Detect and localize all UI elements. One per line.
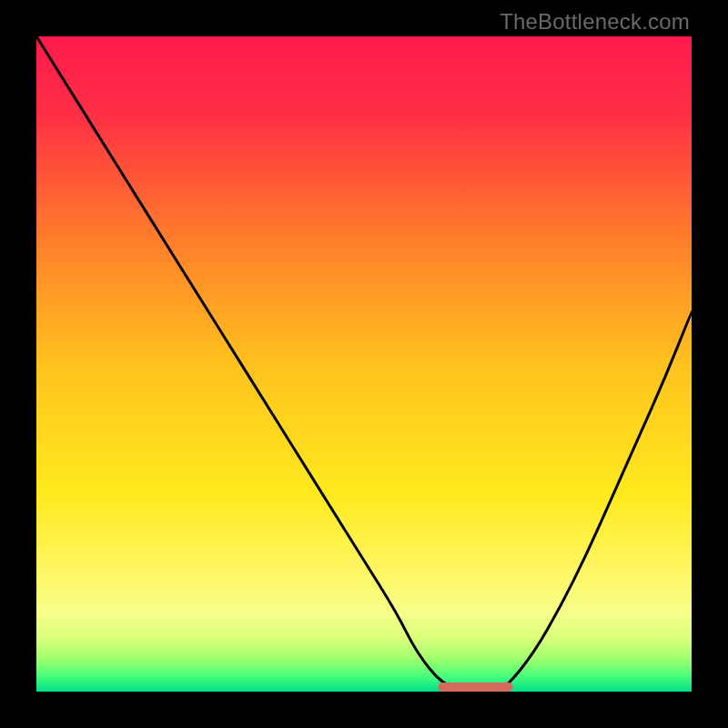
watermark-text: TheBottleneck.com <box>500 9 690 35</box>
plot-area <box>36 36 692 692</box>
bottleneck-curve <box>36 36 692 692</box>
chart-frame: TheBottleneck.com <box>0 0 728 728</box>
